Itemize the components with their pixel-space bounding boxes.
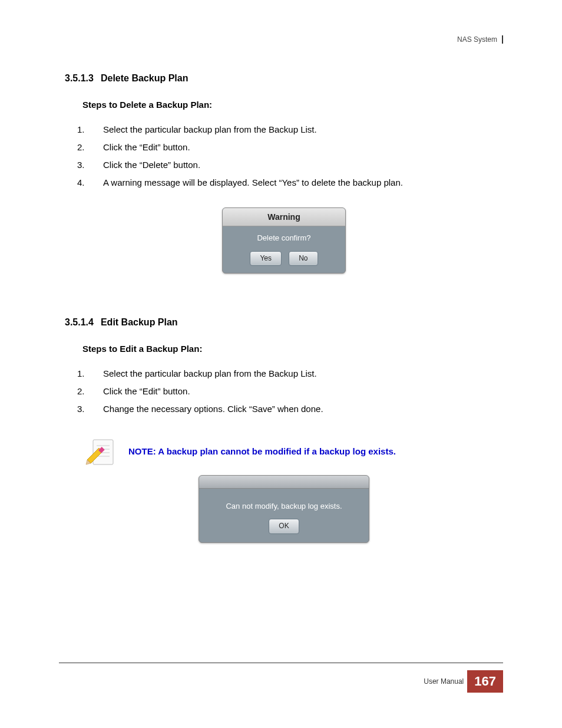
warning-dialog: Warning Delete confirm? Yes No [222, 207, 346, 274]
dialog-title: Warning [223, 208, 345, 226]
section-title: Delete Backup Plan [101, 73, 189, 83]
step-item: 1.Select the particular backup plan from… [91, 123, 503, 137]
header-product: NAS System [457, 35, 503, 44]
steps-heading-delete: Steps to Delete a Backup Plan: [82, 98, 503, 112]
step-item: 2.Click the “Edit” button. [91, 140, 503, 154]
step-text: Click the “Delete” button. [103, 160, 200, 170]
step-text: Click the “Edit” button. [103, 386, 190, 396]
step-text: Select the particular backup plan from t… [103, 368, 317, 378]
footer-rule [59, 663, 503, 663]
step-text: Select the particular backup plan from t… [103, 124, 317, 134]
page-number: 167 [467, 670, 503, 693]
section-heading-delete: 3.5.1.3Delete Backup Plan [65, 71, 503, 86]
yes-button[interactable]: Yes [250, 251, 282, 266]
ok-button[interactable]: OK [269, 519, 299, 533]
no-button[interactable]: No [289, 251, 318, 266]
step-text: Change the necessary options. Click “Sav… [103, 404, 323, 414]
dialog-titlebar [199, 476, 369, 489]
footer-label: User Manual [424, 677, 464, 686]
step-text: A warning message will be displayed. Sel… [103, 177, 403, 187]
step-item: 3.Change the necessary options. Click “S… [91, 402, 503, 416]
page-footer: User Manual 167 [424, 670, 503, 693]
section-title: Edit Backup Plan [101, 317, 178, 327]
note-text: NOTE: A backup plan cannot be modified i… [128, 444, 396, 459]
section-number: 3.5.1.3 [65, 73, 94, 83]
section-number: 3.5.1.4 [65, 317, 94, 327]
step-text: Click the “Edit” button. [103, 142, 190, 152]
dialog-message: Delete confirm? [223, 226, 345, 248]
step-item: 2.Click the “Edit” button. [91, 384, 503, 398]
info-dialog: Can not modify, backup log exists. OK [199, 475, 369, 543]
step-item: 4.A warning message will be displayed. S… [91, 176, 503, 190]
steps-heading-edit: Steps to Edit a Backup Plan: [82, 342, 503, 356]
step-item: 1.Select the particular backup plan from… [91, 367, 503, 381]
pencil-note-icon [82, 434, 118, 469]
note-block: NOTE: A backup plan cannot be modified i… [82, 434, 503, 469]
section-heading-edit: 3.5.1.4Edit Backup Plan [65, 315, 503, 330]
step-item: 3.Click the “Delete” button. [91, 158, 503, 172]
steps-list-delete: 1.Select the particular backup plan from… [91, 123, 503, 190]
dialog-message: Can not modify, backup log exists. [199, 489, 369, 518]
steps-list-edit: 1.Select the particular backup plan from… [91, 367, 503, 416]
